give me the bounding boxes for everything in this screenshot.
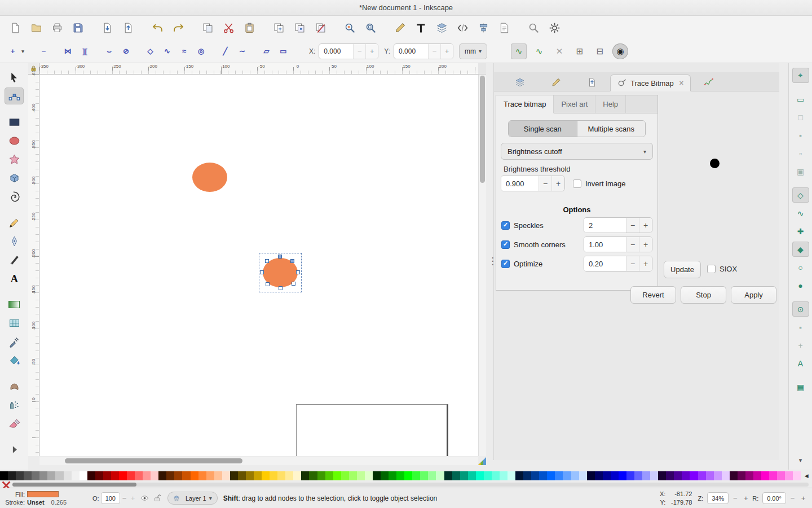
snap-paths-toggle[interactable]: ∿ (792, 205, 809, 221)
palette-swatch[interactable] (47, 471, 55, 480)
break-nodes-button[interactable]: ][ (78, 44, 92, 59)
trace-mode-dropdown[interactable]: Brightness cutoff ▾ (501, 143, 653, 160)
palette-scroll-track[interactable] (12, 483, 809, 487)
palette-swatch[interactable] (634, 471, 642, 480)
zoom-decrease-button[interactable]: − (731, 494, 739, 502)
palette-swatch[interactable] (198, 471, 206, 480)
stop-button[interactable]: Stop (681, 286, 726, 304)
palette-swatch[interactable] (230, 471, 238, 480)
single-scan-button[interactable]: Single scan (509, 121, 577, 137)
join-nodes-button[interactable]: ⋈ (61, 44, 75, 59)
x-decrease-button[interactable]: − (353, 44, 365, 59)
snap-bbox-edge-midpoints-toggle[interactable]: ▫ (792, 146, 809, 161)
object-to-path-button[interactable]: ▱ (259, 44, 273, 59)
palette-swatch[interactable] (80, 471, 87, 480)
node-handle[interactable] (260, 270, 264, 274)
tab-pixel-art[interactable]: Pixel art (554, 95, 595, 113)
vertical-scrollbar-thumb[interactable] (480, 76, 485, 183)
layer-lock-icon[interactable] (153, 494, 163, 502)
snap-page-border-toggle[interactable]: ▦ (792, 379, 809, 395)
smooth-corners-checkbox[interactable] (501, 240, 510, 249)
palette-swatch[interactable] (333, 471, 341, 480)
palette-swatch[interactable] (698, 471, 706, 480)
node-handle[interactable] (296, 270, 300, 274)
palette-swatch[interactable] (64, 471, 72, 480)
palette-swatch[interactable] (270, 471, 277, 480)
make-symmetric-button[interactable]: ≈ (177, 44, 191, 59)
undo-button[interactable] (149, 19, 166, 36)
snap-smooth-nodes-toggle[interactable]: ○ (792, 260, 809, 275)
palette-swatch[interactable] (412, 471, 420, 480)
vertical-ruler[interactable]: -450-400-350-300-250-200-150-100-500 (28, 75, 39, 456)
palette-swatch[interactable] (72, 471, 80, 480)
palette-swatch[interactable] (127, 471, 135, 480)
palette-swatch[interactable] (262, 471, 270, 480)
tab-fill-stroke[interactable] (538, 74, 574, 91)
show-path-outline-toggle[interactable]: ∿ (531, 43, 547, 59)
snap-bounding-box-toggle[interactable]: ▭ (792, 91, 809, 107)
palette-swatch[interactable] (404, 471, 412, 480)
palette-swatch[interactable] (484, 471, 492, 480)
palette-swatch[interactable] (174, 471, 182, 480)
delete-node-button[interactable]: − (37, 44, 51, 59)
revert-button[interactable]: Revert (630, 286, 676, 304)
box3d-tool[interactable] (5, 169, 24, 186)
fill-color-swatch[interactable] (27, 491, 59, 497)
optimize-checkbox[interactable] (501, 260, 510, 268)
snap-enabled-toggle[interactable]: ⌖ (792, 68, 809, 83)
palette-swatch[interactable] (277, 471, 285, 480)
palette-swatch[interactable] (317, 471, 325, 480)
palette-swatch[interactable] (285, 471, 293, 480)
tab-trace-bitmap[interactable]: Trace Bitmap✕ (610, 75, 691, 91)
node-handle[interactable] (279, 286, 283, 290)
calligraphy-tool[interactable] (5, 251, 24, 268)
insert-node-button[interactable]: + (6, 44, 20, 59)
no-color-button[interactable] (1, 480, 11, 488)
fill-stroke-dialog-button[interactable] (391, 19, 408, 36)
pencil-tool[interactable] (5, 214, 24, 231)
ruler-corner-button[interactable] (478, 63, 486, 75)
snap-bbox-edges-toggle[interactable]: □ (792, 110, 809, 125)
palette-swatch[interactable] (722, 471, 730, 480)
edit-masks-toggle[interactable]: ⊟ (592, 43, 608, 59)
palette-swatch[interactable] (547, 471, 555, 480)
palette-swatch[interactable] (666, 471, 674, 480)
ellipse-tool[interactable] (5, 132, 24, 149)
palette-swatch[interactable] (682, 471, 690, 480)
paste-button[interactable] (241, 19, 258, 36)
make-corner-button[interactable]: ◇ (143, 44, 157, 59)
palette-swatch[interactable] (674, 471, 682, 480)
invert-image-checkbox[interactable] (573, 179, 581, 188)
palette-swatch[interactable] (468, 471, 476, 480)
duplicate-button[interactable] (270, 19, 287, 36)
threshold-decrease-button[interactable]: − (539, 176, 551, 191)
update-button[interactable]: Update (664, 261, 701, 278)
palette-swatch[interactable] (349, 471, 357, 480)
palette-swatch[interactable] (381, 471, 389, 480)
tab-objects[interactable] (502, 74, 538, 91)
palette-swatch[interactable] (246, 471, 254, 480)
delete-segment-button[interactable]: ⊘ (119, 44, 133, 59)
export-button[interactable] (120, 19, 136, 36)
palette-swatch[interactable] (341, 471, 349, 480)
palette-swatch[interactable] (539, 471, 547, 480)
preferences-button[interactable] (546, 19, 563, 36)
flatten-bezier-button[interactable]: ▭ (276, 44, 290, 59)
color-managed-view-button[interactable] (478, 457, 486, 465)
find-button[interactable] (525, 19, 542, 36)
palette-swatch[interactable] (206, 471, 214, 480)
palette-swatch[interactable] (706, 471, 714, 480)
snap-rotation-centers-toggle[interactable]: + (792, 338, 809, 353)
pen-tool[interactable] (5, 233, 24, 249)
palette-swatch[interactable] (611, 471, 619, 480)
node-handle[interactable] (266, 282, 270, 286)
palette-swatch[interactable] (753, 471, 761, 480)
rectangle-tool[interactable] (5, 113, 24, 130)
palette-swatch[interactable] (745, 471, 753, 480)
palette-swatch[interactable] (309, 471, 317, 480)
palette-swatch[interactable] (690, 471, 698, 480)
speckles-checkbox[interactable] (501, 221, 510, 230)
insert-node-menu-button[interactable]: ▾ (19, 44, 27, 59)
smooth-corners-increase-button[interactable]: + (639, 237, 652, 252)
palette-swatch[interactable] (730, 471, 738, 480)
